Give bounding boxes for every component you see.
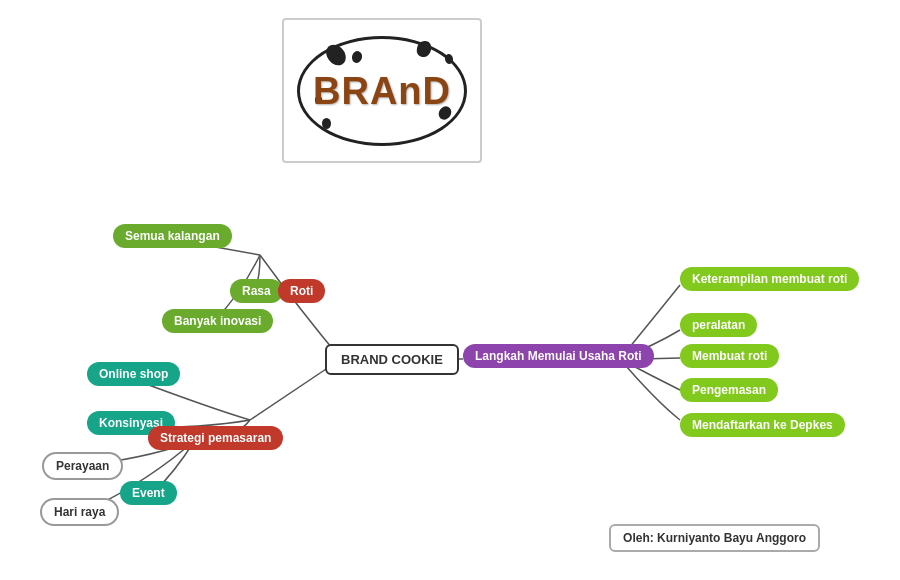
node-perayaan: Perayaan: [42, 452, 123, 480]
node-rasa: Rasa: [230, 279, 283, 303]
canvas: BRAnD Semua ka: [0, 0, 900, 580]
node-event: Event: [120, 481, 177, 505]
node-pengemasan: Pengemasan: [680, 378, 778, 402]
node-membuat-roti: Membuat roti: [680, 344, 779, 368]
node-roti: Roti: [278, 279, 325, 303]
brand-text: BRAnD: [313, 69, 451, 112]
node-peralatan: peralatan: [680, 313, 757, 337]
node-strategi-pemasaran: Strategi pemasaran: [148, 426, 283, 450]
credit-box: Oleh: Kurniyanto Bayu Anggoro: [609, 524, 820, 552]
logo-box: BRAnD: [282, 18, 482, 163]
node-hari-raya: Hari raya: [40, 498, 119, 526]
node-online-shop: Online shop: [87, 362, 180, 386]
node-keterampilan: Keterampilan membuat roti: [680, 267, 859, 291]
node-brand-cookie: BRAND COOKIE: [325, 344, 459, 375]
node-banyak-inovasi: Banyak inovasi: [162, 309, 273, 333]
logo-inner: BRAnD: [297, 36, 467, 146]
node-semua-kalangan: Semua kalangan: [113, 224, 232, 248]
node-langkah: Langkah Memulai Usaha Roti: [463, 344, 654, 368]
node-mendaftarkan: Mendaftarkan ke Depkes: [680, 413, 845, 437]
